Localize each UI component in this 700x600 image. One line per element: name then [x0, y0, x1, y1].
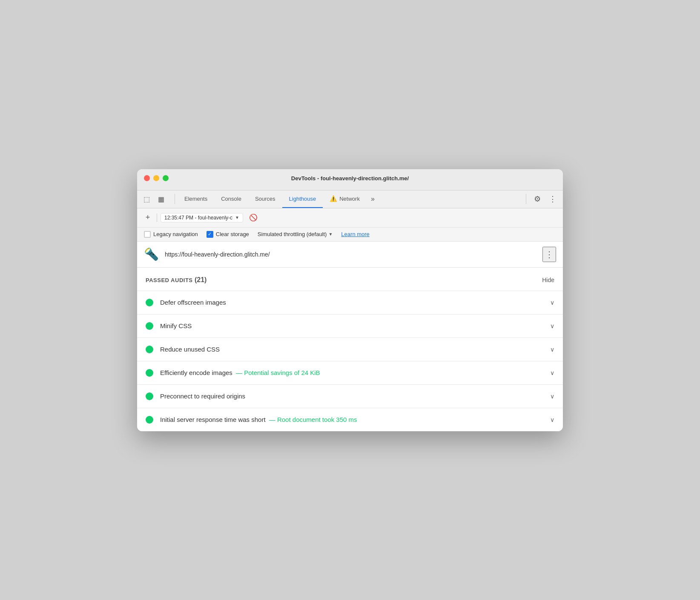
throttling-text: Simulated throttling (default) [258, 231, 327, 237]
maximize-button[interactable] [163, 175, 169, 181]
tab-network[interactable]: ⚠️ Network [323, 190, 367, 208]
throttling-arrow: ▼ [328, 232, 333, 237]
audit-item-reduce-unused-css[interactable]: Reduce unused CSS ∨ [137, 338, 563, 361]
network-warning-icon: ⚠️ [330, 195, 337, 202]
passed-audits-section: PASSED AUDITS (21) Hide Defer offscreen … [137, 268, 563, 431]
chevron-down-icon: ∨ [550, 416, 554, 423]
pass-dot [146, 416, 153, 424]
add-button[interactable]: + [142, 212, 153, 223]
audit-item-preconnect[interactable]: Preconnect to required origins ∨ [137, 385, 563, 408]
window-controls [144, 175, 169, 181]
pass-dot [146, 369, 153, 377]
pass-dot [146, 392, 153, 400]
audit-item-server-response[interactable]: Initial server response time was short —… [137, 408, 563, 431]
section-header: PASSED AUDITS (21) Hide [137, 268, 563, 291]
window-title: DevTools - foul-heavenly-direction.glitc… [291, 175, 409, 182]
chevron-down-icon: ∨ [550, 299, 554, 306]
audit-savings: — Potential savings of 24 KiB [236, 369, 320, 376]
cursor-icon: ⬚ [143, 195, 150, 203]
url-chip-arrow: ▼ [235, 215, 239, 220]
kebab-icon: ⋮ [549, 194, 557, 204]
settings-button[interactable]: ⚙ [531, 192, 544, 206]
tabs-overflow-button[interactable]: » [367, 195, 379, 203]
lighthouse-logo-icon: 🔦 [144, 247, 159, 261]
audit-url-text: https://foul-heavenly-direction.glitch.m… [165, 251, 536, 258]
tab-elements[interactable]: Elements [178, 190, 214, 208]
audit-label: Efficiently encode images — Potential sa… [160, 369, 543, 376]
tabs-separator [175, 194, 175, 204]
chevron-down-icon: ∨ [550, 393, 554, 400]
section-title: PASSED AUDITS [146, 277, 193, 283]
tab-lighthouse[interactable]: Lighthouse [282, 190, 323, 208]
clear-storage-checkbox[interactable]: ✓ [207, 231, 213, 238]
controls-separator [526, 194, 526, 204]
pass-dot [146, 299, 153, 306]
hide-button[interactable]: Hide [542, 277, 554, 283]
clear-storage-text: Clear storage [216, 231, 249, 237]
toolbar-row: + 12:35:47 PM - foul-heavenly-c ▼ 🚫 [137, 208, 563, 228]
device-icon: ▦ [158, 195, 164, 203]
audit-label: Minify CSS [160, 322, 543, 329]
pass-dot [146, 322, 153, 330]
devtools-tabs-bar: ⬚ ▦ Elements Console Sources Lighthouse … [137, 190, 563, 208]
chevron-down-icon: ∨ [550, 323, 554, 329]
add-icon: + [146, 213, 150, 222]
audit-item-defer-offscreen[interactable]: Defer offscreen images ∨ [137, 291, 563, 314]
url-more-button[interactable]: ⋮ [542, 247, 556, 262]
devtools-window: DevTools - foul-heavenly-direction.glitc… [137, 169, 563, 431]
checkmark-icon: ✓ [208, 231, 212, 237]
audit-label: Defer offscreen images [160, 299, 543, 306]
url-row: 🔦 https://foul-heavenly-direction.glitch… [137, 242, 563, 268]
legacy-navigation-checkbox[interactable] [144, 231, 151, 238]
options-row: Legacy navigation ✓ Clear storage Simula… [137, 228, 563, 242]
url-chip[interactable]: 12:35:47 PM - foul-heavenly-c ▼ [161, 213, 243, 222]
tab-console[interactable]: Console [214, 190, 248, 208]
audit-item-encode-images[interactable]: Efficiently encode images — Potential sa… [137, 361, 563, 385]
more-options-button[interactable]: ⋮ [546, 192, 559, 206]
cursor-icon-button[interactable]: ⬚ [141, 193, 152, 205]
throttling-label[interactable]: Simulated throttling (default) ▼ [258, 231, 333, 237]
minimize-button[interactable] [153, 175, 159, 181]
url-chip-text: 12:35:47 PM - foul-heavenly-c [164, 215, 232, 221]
tab-icon-group: ⬚ ▦ [141, 193, 167, 205]
title-bar: DevTools - foul-heavenly-direction.glitc… [137, 169, 563, 190]
tab-right-controls: ⚙ ⋮ [523, 192, 559, 206]
legacy-navigation-text: Legacy navigation [153, 231, 198, 237]
legacy-navigation-label[interactable]: Legacy navigation [144, 231, 198, 238]
audit-list: Defer offscreen images ∨ Minify CSS ∨ Re… [137, 291, 563, 431]
chevron-down-icon: ∨ [550, 369, 554, 376]
url-kebab-icon: ⋮ [545, 250, 554, 259]
audit-item-minify-css[interactable]: Minify CSS ∨ [137, 314, 563, 338]
close-button[interactable] [144, 175, 150, 181]
audit-savings: — Root document took 350 ms [269, 416, 357, 423]
chevron-down-icon: ∨ [550, 346, 554, 353]
tab-sources[interactable]: Sources [248, 190, 282, 208]
clear-storage-label[interactable]: ✓ Clear storage [207, 231, 249, 238]
pass-dot [146, 346, 153, 353]
learn-more-link[interactable]: Learn more [341, 231, 369, 237]
section-title-group: PASSED AUDITS (21) [146, 276, 207, 284]
gear-icon: ⚙ [534, 194, 541, 204]
blocked-icon: 🚫 [249, 213, 258, 222]
audit-label: Reduce unused CSS [160, 346, 543, 353]
audit-label: Preconnect to required origins [160, 392, 543, 400]
section-count: (21) [195, 276, 207, 283]
audit-label: Initial server response time was short —… [160, 416, 543, 423]
blocked-button[interactable]: 🚫 [247, 211, 260, 225]
device-icon-button[interactable]: ▦ [155, 193, 167, 205]
tabs-list: Elements Console Sources Lighthouse ⚠️ N… [178, 190, 523, 208]
toolbar-separator [157, 213, 157, 222]
